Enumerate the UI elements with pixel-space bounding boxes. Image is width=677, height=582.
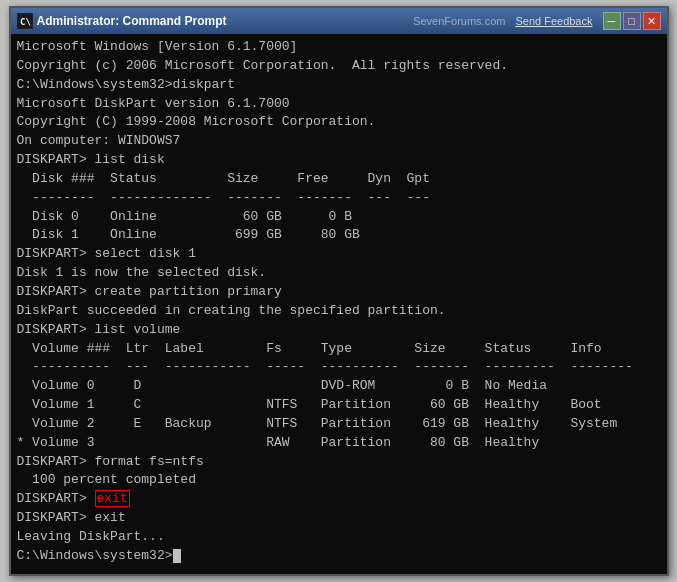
titlebar-icon: C\ <box>17 13 33 29</box>
console-line: Copyright (C) 1999-2008 Microsoft Corpor… <box>17 113 661 132</box>
send-feedback-link[interactable]: Send Feedback <box>515 15 592 27</box>
console-line: C:\Windows\system32>diskpart <box>17 76 661 95</box>
console-line: Disk ### Status Size Free Dyn Gpt <box>17 170 661 189</box>
console-line: DISKPART> list disk <box>17 151 661 170</box>
console-line: -------- ------------- ------- ------- -… <box>17 189 661 208</box>
console-line: ---------- --- ----------- ----- -------… <box>17 358 661 377</box>
console-line: DISKPART> create partition primary <box>17 283 661 302</box>
titlebar-title: Administrator: Command Prompt <box>37 14 414 28</box>
command-prompt-window: C\ Administrator: Command Prompt SevenFo… <box>9 6 669 576</box>
console-line: DISKPART> list volume <box>17 321 661 340</box>
close-button[interactable]: ✕ <box>643 12 661 30</box>
console-line: Volume 1 C NTFS Partition 60 GB Healthy … <box>17 396 661 415</box>
console-line: Copyright (c) 2006 Microsoft Corporation… <box>17 57 661 76</box>
titlebar: C\ Administrator: Command Prompt SevenFo… <box>11 8 667 34</box>
console-line: C:\Windows\system32> <box>17 547 661 566</box>
console-line: Leaving DiskPart... <box>17 528 661 547</box>
console-line: * Volume 3 RAW Partition 80 GB Healthy <box>17 434 661 453</box>
console-line: Disk 0 Online 60 GB 0 B <box>17 208 661 227</box>
svg-text:C\: C\ <box>20 17 31 27</box>
console-line: DISKPART> format fs=ntfs <box>17 453 661 472</box>
console-line: Microsoft Windows [Version 6.1.7000] <box>17 38 661 57</box>
watermark-text: SevenForums.com <box>413 15 505 27</box>
titlebar-buttons: ─ □ ✕ <box>603 12 661 30</box>
minimize-button[interactable]: ─ <box>603 12 621 30</box>
console-line: Volume ### Ltr Label Fs Type Size Status… <box>17 340 661 359</box>
console-line: DISKPART> exit <box>17 509 661 528</box>
console-line: On computer: WINDOWS7 <box>17 132 661 151</box>
exit-command: exit <box>95 490 130 507</box>
console-line: 100 percent completed <box>17 471 661 490</box>
console-line: DiskPart succeeded in creating the speci… <box>17 302 661 321</box>
console-line: Disk 1 is now the selected disk. <box>17 264 661 283</box>
console-line: DISKPART> select disk 1 <box>17 245 661 264</box>
cursor <box>173 549 181 563</box>
console-output[interactable]: Microsoft Windows [Version 6.1.7000]Copy… <box>11 34 667 574</box>
console-line: Disk 1 Online 699 GB 80 GB <box>17 226 661 245</box>
console-line: Microsoft DiskPart version 6.1.7000 <box>17 95 661 114</box>
console-line: Volume 2 E Backup NTFS Partition 619 GB … <box>17 415 661 434</box>
console-line: Volume 0 D DVD-ROM 0 B No Media <box>17 377 661 396</box>
maximize-button[interactable]: □ <box>623 12 641 30</box>
console-line: DISKPART> exit <box>17 490 661 509</box>
